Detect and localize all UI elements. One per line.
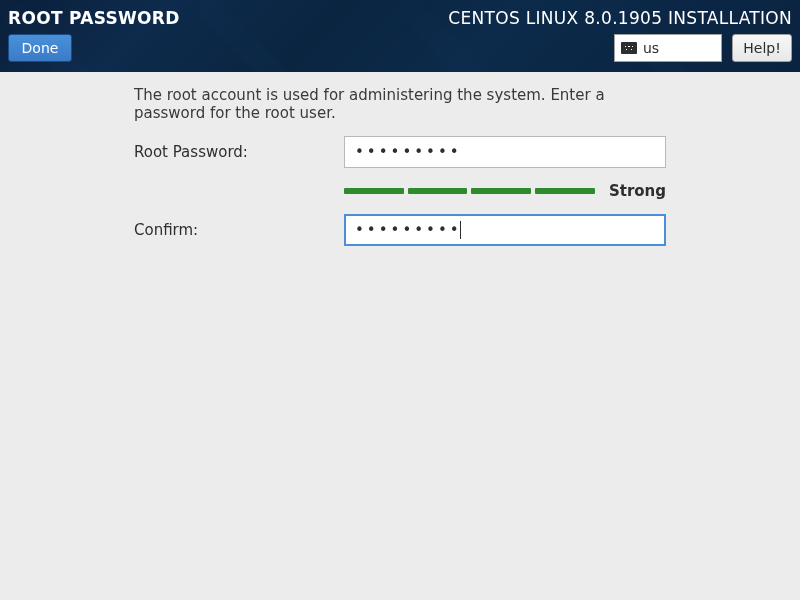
confirm-password-input[interactable]: •••••••••	[344, 214, 666, 246]
header-right-row: us Help!	[614, 34, 792, 62]
page-title: ROOT PASSWORD	[8, 8, 180, 28]
keyboard-layout-selector[interactable]: us	[614, 34, 722, 62]
password-strength-meter	[344, 188, 595, 194]
keyboard-layout-label: us	[643, 40, 659, 56]
content-area: The root account is used for administeri…	[0, 72, 800, 246]
strength-segment	[471, 188, 531, 194]
confirm-password-label: Confirm:	[134, 221, 344, 239]
root-password-label: Root Password:	[134, 143, 344, 161]
done-button[interactable]: Done	[8, 34, 72, 62]
confirm-password-row: Confirm: •••••••••	[134, 214, 666, 246]
password-strength-row: Strong	[344, 182, 666, 200]
keyboard-icon	[621, 42, 637, 54]
root-password-row: Root Password:	[134, 136, 666, 168]
root-password-input[interactable]	[344, 136, 666, 168]
help-button[interactable]: Help!	[732, 34, 792, 62]
install-title: CENTOS LINUX 8.0.1905 INSTALLATION	[448, 8, 792, 28]
confirm-password-value: •••••••••	[355, 221, 462, 239]
description-text: The root account is used for administeri…	[134, 86, 666, 122]
strength-segment	[535, 188, 595, 194]
text-cursor	[460, 221, 461, 239]
strength-segment	[408, 188, 468, 194]
header-left: ROOT PASSWORD Done	[8, 8, 180, 64]
strength-segment	[344, 188, 404, 194]
header-bar: ROOT PASSWORD Done CENTOS LINUX 8.0.1905…	[0, 0, 800, 72]
header-right: CENTOS LINUX 8.0.1905 INSTALLATION us He…	[448, 8, 792, 64]
password-strength-label: Strong	[609, 182, 666, 200]
